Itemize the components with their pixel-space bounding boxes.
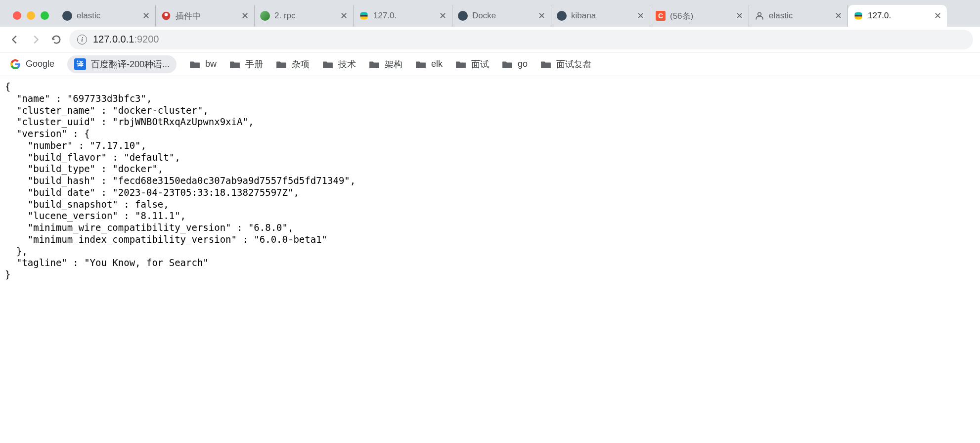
tab-favicon-icon — [457, 10, 468, 21]
url-text: 127.0.0.1:9200 — [93, 34, 159, 45]
bookmark-folder[interactable]: 技术 — [322, 58, 356, 70]
tab-favicon-icon — [62, 10, 73, 21]
reload-button[interactable] — [48, 32, 64, 47]
bookmark-folder[interactable]: bw — [189, 59, 217, 69]
tab-favicon-icon — [853, 10, 864, 21]
bookmark-folder[interactable]: 手册 — [229, 58, 263, 70]
bookmark-folder[interactable]: 面试复盘 — [540, 58, 592, 70]
tab-favicon-icon — [260, 10, 270, 21]
tab-close-icon[interactable]: ✕ — [240, 10, 249, 21]
tab-close-icon[interactable]: ✕ — [537, 10, 546, 21]
browser-tab[interactable]: elastic✕ — [749, 5, 848, 27]
tab-close-icon[interactable]: ✕ — [438, 10, 447, 21]
browser-tab[interactable]: C(56条)✕ — [650, 5, 749, 27]
tab-title: (56条) — [670, 10, 731, 22]
svg-rect-4 — [855, 15, 862, 16]
svg-rect-2 — [360, 15, 368, 16]
tab-close-icon[interactable]: ✕ — [141, 10, 150, 21]
bookmark-label: bw — [205, 59, 217, 69]
tab-title: 127.0. — [868, 11, 929, 21]
folder-icon — [540, 60, 551, 69]
bookmark-google[interactable]: Google — [10, 59, 54, 70]
tab-title: 2. rpc — [274, 11, 335, 21]
bookmark-folder[interactable]: 面试 — [455, 58, 489, 70]
site-info-icon[interactable]: i — [77, 35, 87, 44]
bookmark-folder[interactable]: 杂项 — [276, 58, 310, 70]
browser-tab[interactable]: 127.0.✕ — [354, 5, 452, 27]
tab-favicon-icon — [754, 10, 765, 21]
tab-favicon-icon — [358, 10, 369, 21]
browser-tab[interactable]: Docke✕ — [452, 5, 551, 27]
bookmark-label: 杂项 — [292, 58, 310, 70]
folder-icon — [455, 60, 466, 69]
folder-icon — [369, 60, 380, 69]
window-maximize-button[interactable] — [41, 11, 49, 20]
bookmark-label: 架构 — [385, 58, 402, 70]
folder-icon — [502, 60, 513, 69]
bookmark-bar: Google 译 百度翻译-200种语... bw手册杂项技术架构elk面试go… — [0, 52, 980, 76]
bookmark-label: 手册 — [245, 58, 263, 70]
url-input[interactable]: i 127.0.0.1:9200 — [69, 30, 973, 49]
window-minimize-button[interactable] — [27, 11, 35, 20]
bookmark-label: 技术 — [338, 58, 356, 70]
tab-title: Docke — [472, 11, 533, 21]
folder-icon — [276, 60, 287, 69]
bookmark-label: elk — [431, 59, 443, 69]
tab-title: 插件中 — [176, 10, 236, 22]
tab-title: elastic — [769, 11, 830, 21]
browser-tab[interactable]: kibana✕ — [551, 5, 650, 27]
tab-close-icon[interactable]: ✕ — [834, 10, 843, 21]
tabs-container: elastic✕插件中✕2. rpc✕127.0.✕Docke✕kibana✕C… — [57, 5, 980, 27]
tab-close-icon[interactable]: ✕ — [735, 10, 744, 21]
bookmark-label: 面试复盘 — [556, 58, 592, 70]
tab-bar: elastic✕插件中✕2. rpc✕127.0.✕Docke✕kibana✕C… — [0, 0, 980, 27]
browser-tab[interactable]: 插件中✕ — [156, 5, 255, 27]
bookmark-folder[interactable]: go — [502, 59, 528, 69]
folder-icon — [189, 60, 200, 69]
window-close-button[interactable] — [13, 11, 21, 20]
tab-favicon-icon — [556, 10, 567, 21]
folder-icon — [229, 60, 240, 69]
tab-favicon-icon — [161, 10, 172, 21]
svg-point-1 — [165, 13, 168, 16]
browser-tab[interactable]: 127.0.✕ — [848, 5, 947, 27]
back-button[interactable] — [7, 32, 23, 47]
folder-icon — [322, 60, 333, 69]
bookmark-label: 面试 — [471, 58, 489, 70]
bookmark-label: Google — [26, 59, 54, 69]
bookmark-label: go — [518, 59, 528, 69]
google-icon — [10, 59, 21, 70]
window-controls — [5, 11, 57, 27]
tab-close-icon[interactable]: ✕ — [636, 10, 645, 21]
address-bar: i 127.0.0.1:9200 — [0, 27, 980, 52]
bookmark-folder[interactable]: elk — [415, 59, 443, 69]
browser-tab[interactable]: 2. rpc✕ — [255, 5, 354, 27]
tab-close-icon[interactable]: ✕ — [339, 10, 348, 21]
tab-close-icon[interactable]: ✕ — [933, 10, 942, 21]
tab-title: kibana — [571, 11, 632, 21]
response-body: { "name" : "697733d3bfc3", "cluster_name… — [0, 76, 980, 286]
bookmark-label: 百度翻译-200种语... — [91, 58, 170, 70]
folder-icon — [415, 60, 426, 69]
bookmark-folder[interactable]: 架构 — [369, 58, 402, 70]
tab-favicon-icon: C — [655, 10, 666, 21]
bookmark-translate[interactable]: 译 百度翻译-200种语... — [67, 55, 177, 73]
browser-tab[interactable]: elastic✕ — [57, 5, 156, 27]
forward-button[interactable] — [28, 32, 44, 47]
tab-title: 127.0. — [373, 11, 434, 21]
svg-point-3 — [758, 12, 761, 16]
tab-title: elastic — [77, 11, 137, 21]
translate-icon: 译 — [74, 58, 86, 70]
